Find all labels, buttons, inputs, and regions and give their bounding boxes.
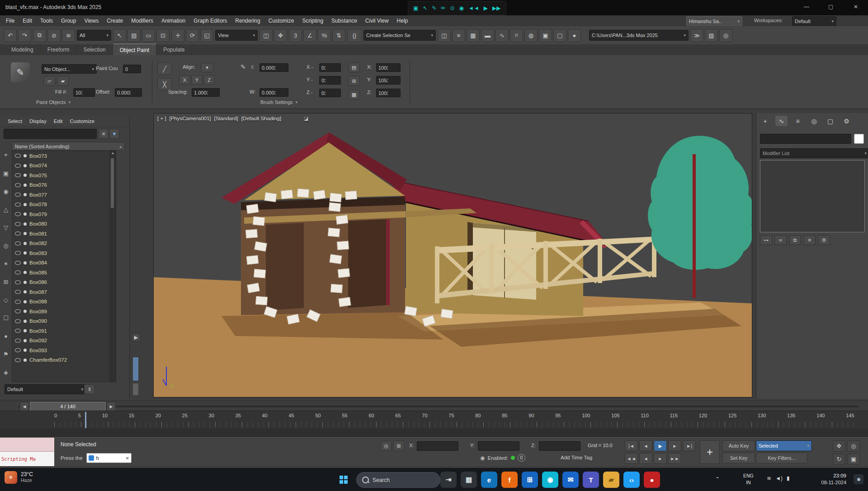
project-path-select[interactable]: C:\Users\PAN...3ds Max 2025 bbox=[589, 30, 689, 41]
orbit-view-icon[interactable]: ↻ bbox=[833, 453, 845, 465]
scene-object-row[interactable]: Box075 bbox=[12, 170, 108, 180]
visibility-eye-icon[interactable] bbox=[15, 358, 21, 362]
add-time-tag[interactable]: Add Time Tag bbox=[561, 455, 592, 460]
paint-scatter-icon[interactable]: ╳ bbox=[157, 78, 172, 90]
offset-field[interactable]: 0.000 ▴▾ bbox=[115, 88, 142, 97]
offset-y-field[interactable]: 0▴▾ bbox=[319, 76, 341, 85]
explorer-menu-item[interactable]: Edit bbox=[51, 118, 66, 124]
play-animation-button[interactable]: ▶ bbox=[654, 440, 667, 451]
layer-list-icon[interactable]: ⇕ bbox=[84, 384, 95, 394]
brush-settings-panel-label[interactable]: Brush Settings ▾ bbox=[260, 99, 297, 105]
explorer-menu-item[interactable]: Select bbox=[5, 118, 25, 124]
create-tab[interactable]: + bbox=[759, 116, 771, 126]
paint-erase-icon[interactable]: ▰ bbox=[57, 76, 69, 86]
reference-coordsys-select[interactable]: View bbox=[215, 30, 258, 41]
visibility-eye-icon[interactable] bbox=[15, 203, 21, 207]
fill-field[interactable]: 10 ▴▾ bbox=[73, 88, 95, 97]
track-bar-lane[interactable] bbox=[0, 429, 868, 437]
undo-icon[interactable]: ↶ bbox=[4, 29, 17, 42]
current-frame-marker[interactable] bbox=[85, 412, 86, 428]
snaps-toggle-3d-icon[interactable]: 3 bbox=[289, 29, 302, 42]
search-filter-funnel-icon[interactable]: ▼ bbox=[109, 129, 119, 139]
active-layer-select[interactable]: Default bbox=[5, 384, 86, 394]
explorer-flyout-arrow[interactable]: ▶ bbox=[132, 333, 140, 341]
auto-key-button[interactable]: Auto Key bbox=[722, 440, 755, 451]
visibility-eye-icon[interactable] bbox=[15, 309, 21, 313]
capture-play-icon[interactable]: ▶ bbox=[481, 5, 490, 11]
isolate-selection-toggle-icon[interactable]: ◎ bbox=[381, 441, 392, 451]
select-by-name-icon[interactable]: ▤ bbox=[127, 29, 141, 42]
step-back-button[interactable]: ◄ bbox=[639, 453, 652, 464]
ribbon-tab[interactable]: Modeling bbox=[5, 44, 41, 56]
rect-selection-region-icon[interactable]: ▭ bbox=[142, 29, 155, 42]
axis-toggle-button[interactable]: Z bbox=[203, 75, 215, 85]
scene-object-row[interactable]: Box086 bbox=[12, 278, 108, 288]
menu-item[interactable]: Rendering bbox=[231, 18, 264, 24]
track-bar-ruler[interactable]: 0510152025303540455055606570758085909510… bbox=[0, 411, 868, 429]
scale-x-field[interactable]: 100▴▾ bbox=[376, 63, 401, 72]
target-icon[interactable]: ◉ bbox=[457, 5, 466, 11]
menu-item[interactable]: Scripting bbox=[298, 18, 327, 24]
filter-groups-icon[interactable]: ⊞ bbox=[1, 277, 11, 287]
dock-scrollbar-track[interactable] bbox=[133, 383, 138, 395]
firefox-browser-icon[interactable]: f bbox=[501, 472, 518, 488]
curve-editor-icon[interactable]: ∿ bbox=[495, 29, 509, 42]
scene-object-row[interactable]: Box083 bbox=[12, 248, 108, 258]
paint-fill-icon[interactable]: ▱ bbox=[43, 76, 55, 86]
select-object-icon[interactable]: ↖ bbox=[113, 29, 126, 42]
visibility-eye-icon[interactable] bbox=[15, 183, 21, 187]
scene-object-row[interactable]: Box087 bbox=[12, 287, 108, 297]
redo-icon[interactable]: ↷ bbox=[18, 29, 31, 42]
visibility-eye-icon[interactable] bbox=[15, 329, 21, 333]
rewind-button[interactable]: ◄◄ bbox=[625, 453, 638, 464]
paint-count-field[interactable]: 0 bbox=[123, 65, 141, 73]
dock-scrollbar-thumb[interactable] bbox=[133, 357, 138, 381]
select-and-scale-icon[interactable]: ◱ bbox=[200, 29, 213, 42]
workspace-select[interactable]: Default bbox=[792, 16, 836, 26]
modify-tab[interactable]: ∿ bbox=[775, 116, 788, 126]
scrollbar-thumb[interactable] bbox=[111, 158, 114, 208]
modifier-stack-box[interactable] bbox=[760, 160, 865, 232]
menu-item[interactable]: Animation bbox=[157, 18, 189, 24]
visibility-eye-icon[interactable] bbox=[15, 348, 21, 352]
scatter-rows-icon[interactable]: ▤ bbox=[348, 62, 360, 72]
menu-item[interactable]: Modifiers bbox=[127, 18, 157, 24]
menu-item[interactable]: Help bbox=[393, 18, 412, 24]
maxscript-mini-listener[interactable]: Scripting Ma bbox=[0, 438, 54, 466]
configure-modifier-sets-icon[interactable]: ⚙ bbox=[818, 235, 830, 245]
spacing-field[interactable]: 1.000 ▴▾ bbox=[192, 88, 220, 97]
menu-item[interactable]: Edit bbox=[19, 18, 36, 24]
scene-object-row[interactable]: Box076 bbox=[12, 180, 108, 190]
language-indicator[interactable]: ENG IN bbox=[743, 472, 754, 486]
visibility-eye-icon[interactable] bbox=[15, 154, 21, 158]
coord-y-field[interactable] bbox=[478, 441, 519, 451]
visibility-eye-icon[interactable] bbox=[15, 212, 21, 216]
menu-item[interactable]: Create bbox=[103, 18, 127, 24]
taskbar-clock[interactable]: 23:09 08-11-2024 bbox=[806, 472, 846, 486]
fast-forward-button[interactable]: ►► bbox=[668, 453, 681, 464]
ribbon-tab[interactable]: Freeform bbox=[41, 44, 77, 56]
align-dropdown-icon[interactable]: ▾ bbox=[201, 63, 213, 72]
object-color-swatch[interactable] bbox=[854, 134, 864, 144]
window-crossing-icon[interactable]: ⊡ bbox=[156, 29, 170, 42]
mirror-icon[interactable]: ◫ bbox=[438, 29, 451, 42]
angle-snap-icon[interactable]: ∠ bbox=[303, 29, 316, 42]
scroll-up-arrow-icon[interactable]: ▲ bbox=[110, 151, 116, 156]
modifier-list-select[interactable]: Modifier List bbox=[760, 148, 868, 158]
scene-object-row[interactable]: Box091 bbox=[12, 326, 108, 336]
visibility-eye-icon[interactable] bbox=[15, 241, 21, 246]
filter-more-icon[interactable]: ◈ bbox=[1, 367, 11, 377]
screen-capture-icon[interactable]: ▣ bbox=[411, 5, 420, 11]
visibility-eye-icon[interactable] bbox=[15, 193, 21, 197]
scene-object-row[interactable]: ChamferBox072 bbox=[12, 355, 108, 365]
visibility-eye-icon[interactable] bbox=[15, 270, 21, 274]
scatter-grid-icon[interactable]: ⊞ bbox=[348, 76, 360, 86]
paint-objects-panel-label[interactable]: Paint Objects ▾ bbox=[36, 99, 71, 105]
battery-icon[interactable]: ▮ bbox=[787, 475, 790, 482]
layer-explorer-icon[interactable]: ▦ bbox=[467, 29, 480, 42]
visibility-eye-icon[interactable] bbox=[15, 261, 21, 265]
overlay-close-icon[interactable]: ✕ bbox=[126, 456, 129, 461]
visibility-eye-icon[interactable] bbox=[15, 222, 21, 226]
viewport-renderer-menu[interactable]: [Standard] bbox=[214, 116, 238, 121]
viewport[interactable]: x [ + ][PhysCamera001][Standard][Default… bbox=[153, 113, 752, 397]
